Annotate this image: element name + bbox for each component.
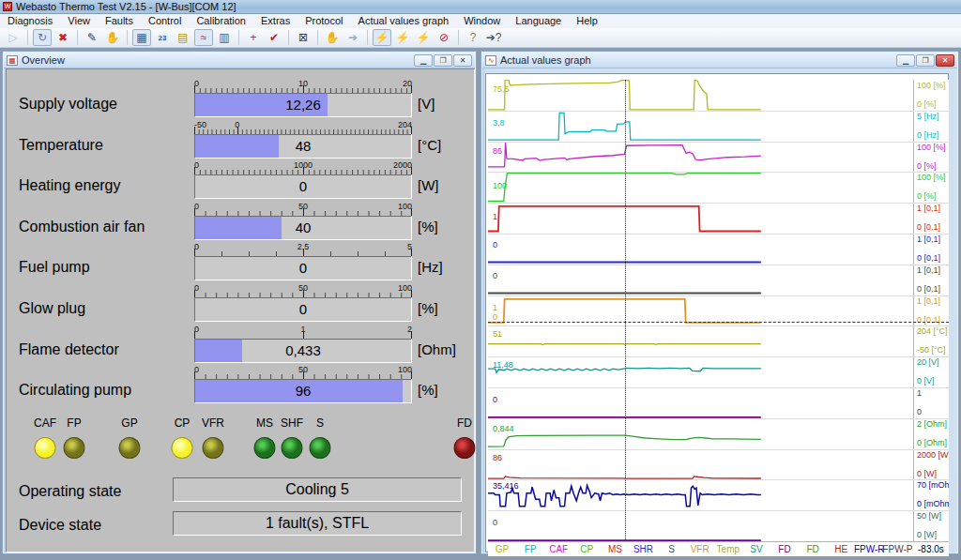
scale-max: 100 [398,283,412,293]
scale-max: 204 [398,120,412,129]
graph-maximize-button[interactable]: ❐ [916,54,935,67]
help-button[interactable]: ? [464,29,482,46]
track-max-label-s: 1 [0,1] [917,265,940,275]
track-fuel-pump [488,111,913,142]
graph-minimize-button[interactable]: ▁ [896,54,915,67]
legend-item-temp: Temp [717,544,740,554]
track-max-label-circulating-pump: 100 [%] [917,173,946,182]
indicator-fp: FP [53,416,95,430]
legend-item-gp: GP [496,544,509,554]
overview-window-button[interactable]: ▦ [132,29,151,46]
menu-item-language[interactable]: Language [508,14,569,28]
track-separator [488,356,949,357]
menu-item-control[interactable]: Control [141,14,189,28]
legend-item-sv: SV [750,544,762,554]
emergency-stop-button[interactable]: ⊘ [435,29,453,46]
app-window: W Webasto Thermo Test V2.15 - [W-Bus][CO… [0,0,961,560]
fault-overview-button[interactable]: ⚡ [373,29,391,46]
indicator-label: GP [109,416,150,430]
track-max-label-temperature: 204 [°C] [917,326,948,336]
graph-plot-area[interactable]: 75,53,886100100105111,4800,8448635,4160 [488,80,913,541]
indicator-label: S [299,416,341,430]
track-value-label-fuel-pump: 3,8 [493,118,505,128]
major-tick [303,167,304,174]
text-values-button[interactable]: ⊠ [294,29,313,46]
menu-item-diagnosis[interactable]: Diagnosis [0,14,60,28]
major-tick [194,127,195,134]
send-button[interactable]: ▷ [4,29,23,46]
track-max-label-combustion-air-fan: 100 [%] [917,143,946,152]
menu-item-faults[interactable]: Faults [98,14,141,28]
overview-minimize-button[interactable]: ▁ [414,54,433,67]
read-faults-button[interactable]: ✎ [83,29,101,46]
menu-item-extras[interactable]: Extras [253,14,297,28]
continue-button[interactable]: ➔ [343,29,362,46]
indicator-led-ms [254,437,276,459]
meter-label: Combustion air fan [19,219,145,235]
pan-button[interactable]: ✋ [323,29,342,46]
overview-title: Overview [22,54,65,66]
track-separator [488,449,949,450]
meter-unit: [Hz] [418,259,443,275]
track-min-label-flame-detected: 0 [917,407,922,416]
menu-item-window[interactable]: Window [456,14,508,28]
major-tick [194,249,195,256]
actual-values-table-button[interactable]: 23 [153,29,172,46]
track-max-label-flame-detector: 2 [Ohm] [917,419,947,429]
refresh-button[interactable]: ↻ [33,29,52,46]
graph-titlebar[interactable]: ∿ Actual values graph ▁ ❐ ✕ [482,53,957,68]
legend-item-he: HE [834,544,847,554]
context-help-button[interactable]: ➔? [484,29,503,46]
track-min-label-flame-detector: 0 [Ohm] [917,438,947,447]
calibration-check-button[interactable]: ✔ [265,29,283,46]
overview-restore-button[interactable]: ❐ [434,54,452,67]
major-tick [194,371,195,379]
app-icon: W [3,2,12,11]
track-max-label-shr: 1 [0,1] [917,235,940,244]
meter-label: Circulating pump [19,382,131,399]
meter-bar: 40 [194,216,412,240]
track-min-label-glow-plug: 0 [%] [917,99,937,109]
overview-titlebar[interactable]: ▦ Overview ▁ ❐ ✕ [4,53,475,68]
major-tick [303,208,304,216]
clear-faults-button[interactable]: ✋ [103,29,122,46]
meter-unit: [°C] [418,137,441,153]
meter-value: 0 [195,175,411,198]
menu-item-calibration[interactable]: Calibration [189,14,253,28]
overview-window-icon: ▦ [7,55,18,66]
parameters-button[interactable]: ▥ [215,29,234,46]
meter-label: Supply voltage [19,96,117,113]
comments-button[interactable]: ▤ [174,29,192,46]
graph-close-button[interactable]: ✕ [936,54,954,67]
track-min-label-fuel-pump-power: 0 [W] [917,530,937,539]
fault-set-button[interactable]: ⚡ [393,29,412,46]
meter-unit: [%] [418,300,438,316]
add-button[interactable]: + [244,29,263,46]
time-cursor-line[interactable] [625,80,626,541]
track-value-label-circulating-pump: 100 [493,181,507,190]
meter-value: 40 [195,217,411,239]
meter-bar: 48 [194,134,412,159]
menu-item-help[interactable]: Help [569,14,605,28]
indicator-led-caf [35,437,56,459]
stop-button[interactable]: ✖ [53,29,72,46]
fault-delete-button[interactable]: ⚡ [414,29,433,46]
menu-item-protocol[interactable]: Protocol [297,14,350,28]
app-titlebar[interactable]: W Webasto Thermo Test V2.15 - [W-Bus][CO… [0,0,961,14]
operating-state-label: Operating state [19,483,121,500]
meter-row-combustion-air-fan: Combustion air fan05010040[%] [7,202,476,243]
menu-item-actual-values-graph[interactable]: Actual values graph [351,14,457,28]
actual-values-graph-button[interactable]: ≈ [194,29,213,46]
menu-item-view[interactable]: View [60,14,98,28]
meter-row-temperature: Temperature-50020448[°C] [7,120,476,161]
indicator-vfr: VFR [192,416,234,430]
toolbar-separator [458,30,459,45]
toolbar-separator [238,30,239,45]
meter-value: 0 [195,257,411,280]
track-value-label-fuel-pump-resistance: 35,416 [493,481,519,491]
overview-close-button[interactable]: ✕ [453,54,472,67]
indicator-led-vfr [203,437,224,459]
track-circulating-pump [488,172,913,203]
major-tick [194,331,195,339]
major-tick [411,249,412,256]
